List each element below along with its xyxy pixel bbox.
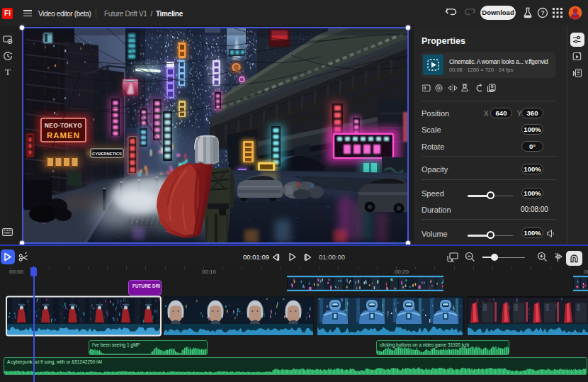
- svg-text:?: ?: [541, 9, 544, 16]
